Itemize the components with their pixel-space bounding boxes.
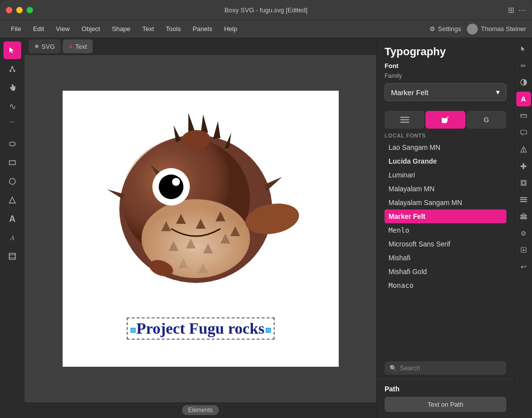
right-icon-plus-cross[interactable]: ✚	[516, 159, 531, 174]
menubar: File Edit View Object Shape Text Tools P…	[0, 20, 532, 37]
svg-rect-56	[520, 199, 527, 200]
menu-text[interactable]: Text	[137, 23, 159, 35]
right-icon-comment[interactable]	[516, 125, 531, 140]
svg-rect-7	[9, 253, 15, 259]
menu-tools[interactable]: Tools	[161, 23, 185, 35]
font-family-select[interactable]: Marker Felt ▾	[385, 83, 506, 101]
panel-header: Typography Font Family Marker Felt ▾	[377, 37, 514, 111]
canvas-viewport[interactable]: Project Fugu rocks	[25, 55, 376, 402]
font-item-malayalam-sangam[interactable]: Malayalam Sangam MN	[385, 196, 506, 209]
tool-hand[interactable]	[3, 79, 21, 97]
settings-icon: ⚙	[429, 25, 435, 33]
chevron-down-icon: ▾	[496, 88, 500, 97]
font-item-mishafi-gold[interactable]: Mishafi Gold	[385, 265, 506, 279]
puzzle-icon[interactable]: ⊞	[508, 5, 514, 15]
right-icon-pencil[interactable]: ✏	[516, 58, 531, 73]
font-item-monaco[interactable]: Monaco	[385, 279, 506, 292]
svg-marker-18	[107, 189, 124, 199]
text-handle-left	[130, 328, 135, 333]
right-panel: Typography Font Family Marker Felt ▾ G L…	[376, 37, 514, 418]
right-icon-text-typography[interactable]: A	[516, 92, 531, 106]
canvas-area: ❄ SVG A Text	[25, 37, 376, 418]
tool-node[interactable]	[3, 60, 21, 78]
svg-rect-42	[400, 122, 409, 123]
font-item-malayalam[interactable]: Malayalam MN	[385, 182, 506, 196]
right-icon-list-view[interactable]	[516, 192, 531, 207]
menu-file[interactable]: File	[6, 23, 26, 35]
panel-title: Typography	[385, 45, 506, 58]
search-bar: 🔍	[377, 357, 514, 379]
menu-view[interactable]: View	[51, 23, 74, 35]
font-tab-list[interactable]	[385, 111, 425, 129]
close-button[interactable]	[6, 7, 12, 13]
font-tab-apple[interactable]	[426, 111, 465, 129]
svg-rect-54	[522, 181, 525, 184]
settings-button[interactable]: ⚙ Settings	[429, 25, 461, 33]
tool-curve[interactable]: ⌒	[3, 116, 21, 134]
tool-text-large[interactable]: A	[3, 210, 21, 228]
right-icon-pointer[interactable]	[516, 41, 531, 56]
more-icon[interactable]: ⋯	[518, 5, 526, 15]
tab-text[interactable]: A Text	[63, 39, 93, 53]
path-label: Path	[385, 385, 506, 393]
tool-bezier[interactable]: ∿	[3, 98, 21, 115]
font-item-lucida[interactable]: Lucida Grande	[385, 154, 506, 168]
svg-rect-49	[521, 130, 527, 134]
menu-edit[interactable]: Edit	[28, 23, 49, 35]
maximize-button[interactable]	[27, 7, 33, 13]
tool-crop[interactable]	[3, 247, 21, 265]
right-icon-gear[interactable]: ⚙	[516, 226, 531, 241]
tool-circle[interactable]	[3, 173, 21, 190]
right-icon-undo[interactable]: ↩	[516, 259, 531, 274]
menu-panels[interactable]: Panels	[188, 23, 217, 35]
svg-marker-58	[521, 213, 527, 215]
bottom-bar: Elements	[25, 402, 376, 418]
right-icon-warning[interactable]	[516, 142, 531, 157]
font-list: Lao Sangam MN Lucida Grande Luminari Mal…	[385, 140, 506, 292]
svg-rect-57	[520, 201, 527, 202]
right-icon-layers[interactable]	[516, 175, 531, 190]
svg-rect-40	[400, 117, 409, 118]
right-icon-export[interactable]	[516, 243, 531, 257]
font-item-lao[interactable]: Lao Sangam MN	[385, 140, 506, 154]
tool-select[interactable]	[3, 41, 21, 59]
traffic-lights	[6, 7, 33, 13]
svg-rect-62	[521, 218, 527, 219]
search-input[interactable]	[400, 364, 501, 372]
menu-object[interactable]: Object	[76, 23, 105, 35]
svg-marker-14	[188, 113, 195, 133]
canvas-text[interactable]: Project Fugu rocks	[126, 317, 274, 340]
canvas-tabs: ❄ SVG A Text	[25, 37, 376, 55]
tool-triangle[interactable]	[3, 191, 21, 209]
menu-shape[interactable]: Shape	[107, 23, 136, 35]
font-item-microsoft[interactable]: Microsoft Sans Serif	[385, 237, 506, 251]
family-label: Family	[385, 72, 506, 79]
pufferfish-illustration	[97, 96, 304, 308]
right-icon-contrast[interactable]	[516, 75, 531, 90]
svg-point-24	[159, 174, 183, 199]
local-fonts-label: LOCAL FONTS	[385, 129, 506, 140]
tool-text-small[interactable]: 𝐴	[3, 229, 21, 246]
menu-help[interactable]: Help	[219, 23, 242, 35]
right-icon-bank[interactable]	[516, 209, 531, 224]
svg-marker-6	[9, 197, 15, 203]
text-tab-icon: A	[69, 43, 72, 49]
tab-svg[interactable]: ❄ SVG	[29, 39, 61, 53]
font-list-section[interactable]: LOCAL FONTS Lao Sangam MN Lucida Grande …	[377, 129, 514, 357]
user-name: Thomas Steiner	[481, 25, 526, 33]
snowflake-icon: ❄	[35, 43, 39, 50]
font-tab-google[interactable]: G	[466, 111, 506, 129]
elements-badge[interactable]: Elements	[182, 405, 218, 415]
right-icon-ruler[interactable]	[516, 108, 531, 123]
font-item-menlo[interactable]: Menlo	[385, 223, 506, 237]
search-input-wrap: 🔍	[385, 361, 506, 375]
font-item-marker-felt[interactable]: Marker Felt	[385, 209, 506, 223]
tool-ellipse-shape[interactable]	[3, 135, 21, 153]
font-item-luminari[interactable]: Luminari	[385, 168, 506, 182]
font-item-mishafi[interactable]: Mishafi	[385, 251, 506, 265]
svg-rect-4	[9, 161, 15, 165]
text-on-path-button[interactable]: Text on Path	[385, 397, 506, 412]
tool-rect[interactable]	[3, 154, 21, 172]
minimize-button[interactable]	[16, 7, 23, 13]
svg-point-52	[523, 151, 524, 151]
